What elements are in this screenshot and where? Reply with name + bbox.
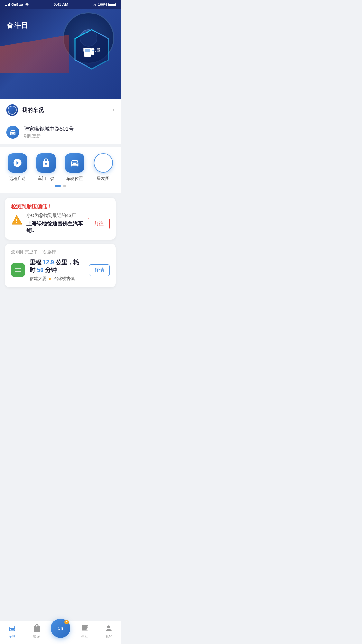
trip-stats: 里程 12.9 公里，耗时 56 分钟 (30, 258, 85, 274)
alert-body: ! 小O为您找到最近的4S店 上海绿地徐通雪佛兰汽车销.. 前往 (11, 213, 110, 234)
signal-bar-2 (6, 5, 7, 6)
vehicle-location-icon-wrap (65, 153, 84, 173)
status-left: OnStar (5, 3, 30, 6)
action-vehicle-location[interactable]: 车辆位置 (65, 153, 84, 182)
status-time: 9:41 AM (53, 2, 68, 7)
quick-actions-grid: 远程启动 车门上锁 车辆位置 星友圈 (0, 153, 121, 182)
alert-sub-text: 小O为您找到最近的4S店 (26, 213, 84, 219)
status-bar: OnStar 9:41 AM 100% (0, 0, 121, 9)
vehicle-status-section[interactable]: 我的车况 › (0, 99, 121, 121)
vehicle-location-icon (70, 158, 79, 168)
trip-info: 里程 12.9 公里，耗时 56 分钟 信建大厦 ➤ 召稼楼古镇 (30, 258, 85, 282)
warning-icon: ! (11, 214, 23, 226)
remote-start-label: 远程启动 (9, 176, 26, 182)
door-lock-label: 车门上锁 (38, 176, 54, 182)
svg-rect-4 (92, 50, 94, 51)
hero-section: 奋斗日 (0, 9, 121, 99)
trip-icon (14, 266, 22, 274)
trip-duration-unit: 分钟 (45, 267, 57, 273)
trip-stats-prefix: 里程 (30, 259, 41, 266)
svg-text:!: ! (16, 218, 17, 224)
door-lock-icon-wrap (36, 153, 56, 173)
buick-logo-inner (8, 106, 17, 115)
door-lock-icon (41, 158, 51, 168)
signal-bars (5, 3, 10, 6)
dot-active (55, 185, 61, 187)
pagination-dots (0, 182, 121, 188)
car-icon (9, 129, 16, 136)
vehicle-location-label: 车辆位置 (66, 176, 83, 182)
svg-rect-2 (85, 49, 90, 52)
remote-start-icon (13, 158, 22, 168)
trip-distance: 12.9 (43, 259, 54, 266)
signal-bar-1 (5, 5, 6, 6)
alert-text-area: 小O为您找到最近的4S店 上海绿地徐通雪佛兰汽车销.. (26, 213, 84, 234)
trip-from: 信建大厦 (30, 276, 46, 282)
triangle-warning-icon: ! (11, 214, 23, 226)
location-text: 陆家嘴银城中路501号 刚刚更新 (24, 126, 74, 139)
fuel-hexagon: 燃油余量 (72, 28, 111, 70)
action-star-circle[interactable]: 星友圈 (94, 153, 113, 182)
action-door-lock[interactable]: 车门上锁 (36, 153, 56, 182)
cards-section: 检测到胎压偏低！ ! 小O为您找到最近的4S店 上海绿地徐通雪佛兰汽车销.. 前… (0, 193, 121, 292)
trip-detail-button[interactable]: 详情 (89, 264, 110, 276)
star-circle-label: 星友圈 (97, 176, 109, 182)
trip-icon-wrap (11, 263, 25, 277)
alert-title: 检测到胎压偏低！ (11, 203, 110, 210)
trip-duration: 56 (37, 267, 43, 273)
buick-logo (6, 104, 18, 116)
location-update-time: 刚刚更新 (24, 133, 74, 139)
battery-fill (109, 4, 115, 6)
battery-icon (108, 3, 116, 6)
signal-bar-3 (8, 4, 9, 6)
location-address: 陆家嘴银城中路501号 (24, 126, 74, 133)
vehicle-status-title: 我的车况 (22, 107, 44, 113)
page-title: 奋斗日 (6, 21, 28, 30)
hex-border: 燃油余量 (72, 28, 111, 70)
trip-arrow-icon: ➤ (48, 276, 52, 281)
bluetooth-icon (92, 3, 97, 6)
star-circle-icon-wrap (94, 153, 113, 173)
bottom-spacer (0, 292, 121, 321)
status-right: 100% (92, 3, 116, 6)
alert-shop-name: 上海绿地徐通雪佛兰汽车销.. (26, 220, 84, 234)
trip-card: 您刚刚完成了一次旅行 里程 12.9 公里，耗时 56 分钟 信建大厦 ➤ (5, 244, 116, 287)
trip-route: 信建大厦 ➤ 召稼楼古镇 (30, 276, 85, 282)
vehicle-status-text: 我的车况 (22, 107, 109, 114)
carrier-name: OnStar (11, 3, 23, 6)
quick-actions: 远程启动 车门上锁 车辆位置 星友圈 (0, 147, 121, 193)
signal-bar-4 (9, 3, 10, 6)
trip-header: 您刚刚完成了一次旅行 (11, 249, 110, 255)
alert-go-button[interactable]: 前往 (88, 218, 110, 229)
car-body-detail (0, 35, 69, 73)
hex-content: 燃油余量 (83, 45, 101, 53)
star-circle-icon (98, 158, 108, 168)
alert-card: 检测到胎压偏低！ ! 小O为您找到最近的4S店 上海绿地徐通雪佛兰汽车销.. 前… (5, 198, 116, 240)
action-remote-start[interactable]: 远程启动 (8, 153, 27, 182)
dot-inactive (63, 185, 66, 187)
vehicle-status-chevron: › (113, 107, 114, 113)
trip-to: 召稼楼古镇 (54, 276, 75, 282)
wifi-icon (24, 3, 30, 6)
remote-start-icon-wrap (8, 153, 27, 173)
location-section: 陆家嘴银城中路501号 刚刚更新 (0, 121, 121, 144)
trip-body: 里程 12.9 公里，耗时 56 分钟 信建大厦 ➤ 召稼楼古镇 详情 (11, 258, 110, 282)
battery-percent: 100% (98, 3, 107, 6)
location-icon-wrap (6, 126, 19, 139)
